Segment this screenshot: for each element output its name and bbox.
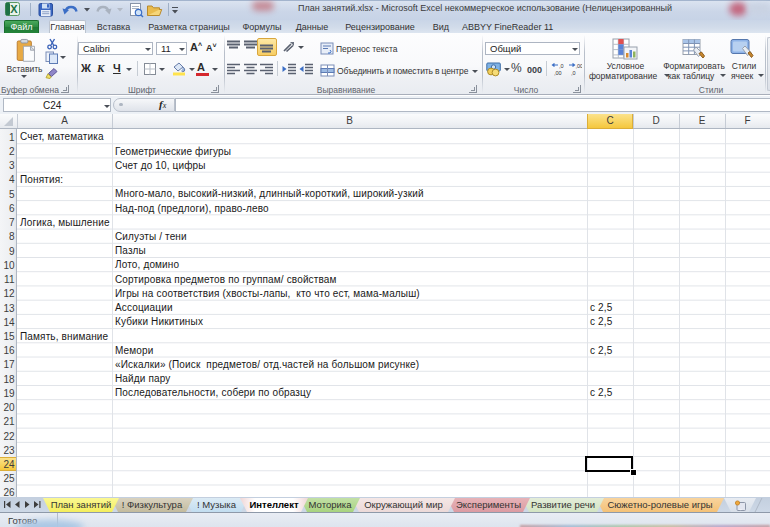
svg-text:,00: ,00 bbox=[554, 70, 562, 76]
svg-text:X: X bbox=[10, 3, 18, 15]
svg-text:,0: ,0 bbox=[571, 70, 576, 76]
svg-text:,00: ,00 bbox=[576, 63, 583, 69]
svg-text:,0: ,0 bbox=[559, 63, 564, 69]
